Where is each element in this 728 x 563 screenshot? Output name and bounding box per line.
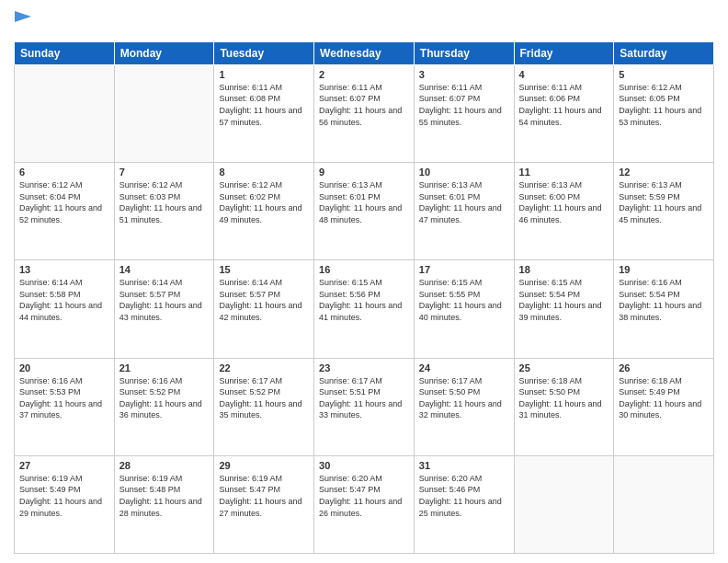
day-info: Sunrise: 6:17 AM Sunset: 5:50 PM Dayligh… bbox=[419, 375, 509, 421]
day-cell: 20Sunrise: 6:16 AM Sunset: 5:53 PM Dayli… bbox=[15, 358, 115, 455]
day-number: 11 bbox=[519, 167, 609, 178]
day-number: 20 bbox=[19, 362, 109, 373]
day-cell: 29Sunrise: 6:19 AM Sunset: 5:47 PM Dayli… bbox=[214, 455, 314, 553]
day-cell: 12Sunrise: 6:13 AM Sunset: 5:59 PM Dayli… bbox=[614, 163, 714, 260]
day-number: 28 bbox=[119, 460, 210, 471]
day-number: 15 bbox=[219, 264, 309, 275]
day-cell: 6Sunrise: 6:12 AM Sunset: 6:04 PM Daylig… bbox=[15, 163, 115, 260]
day-number: 3 bbox=[419, 69, 509, 80]
logo bbox=[14, 13, 31, 36]
day-number: 4 bbox=[519, 69, 609, 80]
day-cell: 1Sunrise: 6:11 AM Sunset: 6:08 PM Daylig… bbox=[214, 64, 314, 162]
day-cell: 19Sunrise: 6:16 AM Sunset: 5:54 PM Dayli… bbox=[614, 260, 714, 358]
day-number: 5 bbox=[619, 69, 709, 80]
day-info: Sunrise: 6:13 AM Sunset: 5:59 PM Dayligh… bbox=[619, 179, 709, 225]
day-number: 21 bbox=[119, 362, 210, 373]
day-cell: 18Sunrise: 6:15 AM Sunset: 5:54 PM Dayli… bbox=[514, 260, 614, 358]
page: SundayMondayTuesdayWednesdayThursdayFrid… bbox=[0, 0, 728, 563]
day-cell: 27Sunrise: 6:19 AM Sunset: 5:49 PM Dayli… bbox=[15, 455, 115, 553]
day-cell: 4Sunrise: 6:11 AM Sunset: 6:06 PM Daylig… bbox=[514, 64, 614, 162]
day-header-wednesday: Wednesday bbox=[314, 41, 415, 64]
day-info: Sunrise: 6:16 AM Sunset: 5:53 PM Dayligh… bbox=[19, 375, 109, 421]
day-info: Sunrise: 6:14 AM Sunset: 5:57 PM Dayligh… bbox=[119, 277, 210, 323]
week-row-2: 6Sunrise: 6:12 AM Sunset: 6:04 PM Daylig… bbox=[15, 163, 714, 260]
day-number: 6 bbox=[19, 167, 109, 178]
day-cell: 16Sunrise: 6:15 AM Sunset: 5:56 PM Dayli… bbox=[314, 260, 415, 358]
day-cell: 11Sunrise: 6:13 AM Sunset: 6:00 PM Dayli… bbox=[514, 163, 614, 260]
day-info: Sunrise: 6:14 AM Sunset: 5:57 PM Dayligh… bbox=[219, 277, 309, 323]
day-cell bbox=[15, 64, 115, 162]
day-info: Sunrise: 6:15 AM Sunset: 5:56 PM Dayligh… bbox=[319, 277, 409, 323]
day-cell: 28Sunrise: 6:19 AM Sunset: 5:48 PM Dayli… bbox=[114, 455, 214, 553]
day-cell: 9Sunrise: 6:13 AM Sunset: 6:01 PM Daylig… bbox=[314, 163, 415, 260]
day-info: Sunrise: 6:12 AM Sunset: 6:05 PM Dayligh… bbox=[619, 82, 709, 128]
day-number: 16 bbox=[319, 264, 409, 275]
day-info: Sunrise: 6:12 AM Sunset: 6:04 PM Dayligh… bbox=[19, 179, 109, 225]
day-cell bbox=[614, 455, 714, 553]
day-info: Sunrise: 6:12 AM Sunset: 6:02 PM Dayligh… bbox=[219, 179, 309, 225]
day-info: Sunrise: 6:18 AM Sunset: 5:49 PM Dayligh… bbox=[619, 375, 709, 421]
day-info: Sunrise: 6:16 AM Sunset: 5:52 PM Dayligh… bbox=[119, 375, 210, 421]
day-info: Sunrise: 6:19 AM Sunset: 5:48 PM Dayligh… bbox=[119, 473, 210, 519]
calendar: SundayMondayTuesdayWednesdayThursdayFrid… bbox=[14, 41, 714, 554]
day-info: Sunrise: 6:11 AM Sunset: 6:06 PM Dayligh… bbox=[519, 82, 609, 128]
day-header-saturday: Saturday bbox=[614, 41, 714, 64]
svg-marker-0 bbox=[15, 11, 31, 22]
day-info: Sunrise: 6:18 AM Sunset: 5:50 PM Dayligh… bbox=[519, 375, 609, 421]
day-cell: 5Sunrise: 6:12 AM Sunset: 6:05 PM Daylig… bbox=[614, 64, 714, 162]
day-cell: 2Sunrise: 6:11 AM Sunset: 6:07 PM Daylig… bbox=[314, 64, 415, 162]
day-cell: 24Sunrise: 6:17 AM Sunset: 5:50 PM Dayli… bbox=[414, 358, 514, 455]
day-info: Sunrise: 6:19 AM Sunset: 5:47 PM Dayligh… bbox=[219, 473, 309, 519]
week-row-3: 13Sunrise: 6:14 AM Sunset: 5:58 PM Dayli… bbox=[15, 260, 714, 358]
day-number: 29 bbox=[219, 460, 309, 471]
day-cell: 21Sunrise: 6:16 AM Sunset: 5:52 PM Dayli… bbox=[114, 358, 214, 455]
week-row-4: 20Sunrise: 6:16 AM Sunset: 5:53 PM Dayli… bbox=[15, 358, 714, 455]
header-row: SundayMondayTuesdayWednesdayThursdayFrid… bbox=[15, 41, 714, 64]
day-cell: 26Sunrise: 6:18 AM Sunset: 5:49 PM Dayli… bbox=[614, 358, 714, 455]
day-number: 13 bbox=[19, 264, 109, 275]
day-cell: 31Sunrise: 6:20 AM Sunset: 5:46 PM Dayli… bbox=[414, 455, 514, 553]
day-cell: 25Sunrise: 6:18 AM Sunset: 5:50 PM Dayli… bbox=[514, 358, 614, 455]
day-number: 17 bbox=[419, 264, 509, 275]
day-number: 27 bbox=[19, 460, 109, 471]
day-number: 9 bbox=[319, 167, 409, 178]
day-number: 19 bbox=[619, 264, 709, 275]
day-info: Sunrise: 6:15 AM Sunset: 5:55 PM Dayligh… bbox=[419, 277, 509, 323]
day-header-tuesday: Tuesday bbox=[214, 41, 314, 64]
day-number: 8 bbox=[219, 167, 309, 178]
day-info: Sunrise: 6:11 AM Sunset: 6:07 PM Dayligh… bbox=[419, 82, 509, 128]
day-info: Sunrise: 6:12 AM Sunset: 6:03 PM Dayligh… bbox=[119, 179, 210, 225]
header bbox=[14, 9, 714, 36]
day-number: 14 bbox=[119, 264, 210, 275]
day-info: Sunrise: 6:20 AM Sunset: 5:46 PM Dayligh… bbox=[419, 473, 509, 519]
day-number: 23 bbox=[319, 362, 409, 373]
logo-text bbox=[14, 13, 31, 36]
week-row-5: 27Sunrise: 6:19 AM Sunset: 5:49 PM Dayli… bbox=[15, 455, 714, 553]
day-number: 26 bbox=[619, 362, 709, 373]
day-number: 2 bbox=[319, 69, 409, 80]
day-info: Sunrise: 6:19 AM Sunset: 5:49 PM Dayligh… bbox=[19, 473, 109, 519]
day-number: 24 bbox=[419, 362, 509, 373]
day-number: 1 bbox=[219, 69, 309, 80]
day-cell: 14Sunrise: 6:14 AM Sunset: 5:57 PM Dayli… bbox=[114, 260, 214, 358]
day-number: 22 bbox=[219, 362, 309, 373]
day-cell: 7Sunrise: 6:12 AM Sunset: 6:03 PM Daylig… bbox=[114, 163, 214, 260]
logo-flag-icon bbox=[15, 11, 31, 31]
day-info: Sunrise: 6:13 AM Sunset: 6:01 PM Dayligh… bbox=[319, 179, 409, 225]
day-number: 31 bbox=[419, 460, 509, 471]
day-cell: 15Sunrise: 6:14 AM Sunset: 5:57 PM Dayli… bbox=[214, 260, 314, 358]
day-cell: 23Sunrise: 6:17 AM Sunset: 5:51 PM Dayli… bbox=[314, 358, 415, 455]
day-info: Sunrise: 6:11 AM Sunset: 6:08 PM Dayligh… bbox=[219, 82, 309, 128]
day-info: Sunrise: 6:14 AM Sunset: 5:58 PM Dayligh… bbox=[19, 277, 109, 323]
day-cell: 22Sunrise: 6:17 AM Sunset: 5:52 PM Dayli… bbox=[214, 358, 314, 455]
day-info: Sunrise: 6:17 AM Sunset: 5:52 PM Dayligh… bbox=[219, 375, 309, 421]
day-info: Sunrise: 6:17 AM Sunset: 5:51 PM Dayligh… bbox=[319, 375, 409, 421]
day-cell: 8Sunrise: 6:12 AM Sunset: 6:02 PM Daylig… bbox=[214, 163, 314, 260]
day-header-sunday: Sunday bbox=[15, 41, 115, 64]
day-header-monday: Monday bbox=[114, 41, 214, 64]
day-number: 7 bbox=[119, 167, 210, 178]
day-cell bbox=[114, 64, 214, 162]
day-info: Sunrise: 6:20 AM Sunset: 5:47 PM Dayligh… bbox=[319, 473, 409, 519]
day-info: Sunrise: 6:13 AM Sunset: 6:00 PM Dayligh… bbox=[519, 179, 609, 225]
week-row-1: 1Sunrise: 6:11 AM Sunset: 6:08 PM Daylig… bbox=[15, 64, 714, 162]
